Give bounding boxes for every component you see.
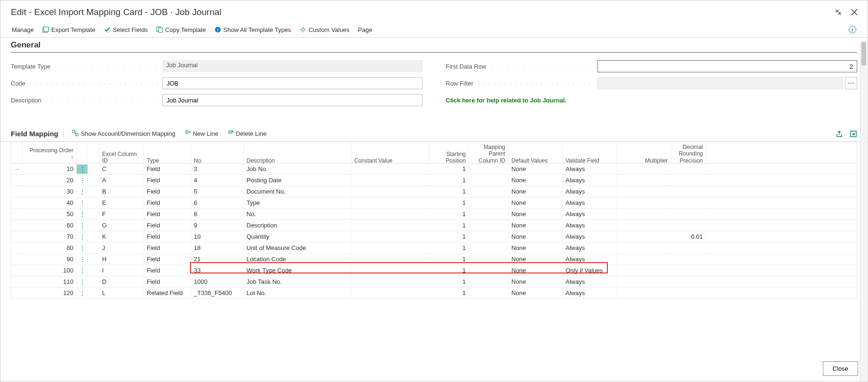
cell-mapping-parent[interactable] (469, 236, 509, 238)
cell-type[interactable]: Field (144, 176, 191, 185)
row-menu-button[interactable]: ⋮ (77, 266, 88, 275)
col-default-values[interactable]: Default Values (509, 142, 563, 166)
cell-processing-order[interactable]: 10 (23, 164, 77, 173)
cell-description[interactable]: Work Type Code (244, 266, 351, 275)
row-menu-button[interactable]: ⋮ (77, 187, 88, 196)
cell-mapping-parent[interactable] (469, 202, 509, 204)
cell-multiplier[interactable] (617, 179, 671, 181)
cell-mapping-parent[interactable] (469, 270, 509, 272)
cell-no[interactable]: 6 (191, 198, 244, 207)
cell-excel-column[interactable]: J (99, 243, 144, 252)
cell-excel-column[interactable]: D (99, 277, 144, 286)
cell-starting-position[interactable]: 1 (429, 210, 469, 218)
cell-no[interactable]: 21 (191, 255, 244, 264)
cell-description[interactable]: Description (244, 221, 351, 230)
cell-starting-position[interactable]: 1 (429, 255, 469, 264)
cell-type[interactable]: Field (144, 232, 191, 241)
cell-multiplier[interactable] (617, 168, 671, 170)
cell-constant-value[interactable] (351, 225, 429, 226)
cell-constant-value[interactable] (351, 179, 429, 181)
cell-description[interactable]: Job No. (244, 164, 351, 173)
table-row[interactable]: 80⋮JField18Unit of Measure Code1NoneAlwa… (11, 242, 857, 254)
row-menu-button[interactable]: ⋮ (77, 277, 88, 287)
share-icon[interactable] (836, 130, 843, 138)
cell-type[interactable]: Field (144, 198, 191, 207)
description-input[interactable] (162, 94, 422, 106)
cell-no[interactable]: 1000 (191, 277, 244, 286)
table-row[interactable]: 70⋮KField10Quantity1NoneAlways0.01 (11, 231, 857, 242)
cell-multiplier[interactable] (617, 270, 671, 272)
cell-type[interactable]: Field (144, 255, 191, 264)
cell-no[interactable]: 8 (191, 210, 244, 218)
cell-decimal-rounding[interactable] (671, 258, 706, 260)
page-menu[interactable]: Page (358, 26, 372, 33)
cell-starting-position[interactable]: 1 (429, 221, 469, 230)
cell-type[interactable]: Field (144, 187, 191, 196)
cell-validate-field[interactable]: Always (563, 187, 617, 196)
table-row[interactable]: 40⋮EField6Type1NoneAlways (11, 197, 857, 209)
col-constant-value[interactable]: Constant Value (351, 142, 429, 166)
cell-default-values[interactable]: None (509, 176, 563, 185)
cell-multiplier[interactable] (617, 191, 671, 193)
cell-excel-column[interactable]: E (99, 198, 144, 207)
vertical-scrollbar[interactable] (860, 42, 867, 381)
new-line-button[interactable]: New Line (184, 130, 218, 138)
select-fields-button[interactable]: Select Fields (104, 26, 148, 33)
cell-mapping-parent[interactable] (469, 247, 509, 249)
cell-no[interactable]: 33 (191, 266, 244, 275)
cell-constant-value[interactable] (351, 213, 429, 215)
cell-default-values[interactable]: None (509, 187, 563, 196)
cell-excel-column[interactable]: I (99, 266, 144, 275)
cell-multiplier[interactable] (617, 281, 671, 283)
cell-starting-position[interactable]: 1 (429, 198, 469, 207)
cell-constant-value[interactable] (351, 292, 429, 294)
cell-validate-field[interactable]: Always (563, 277, 617, 286)
row-menu-button[interactable]: ⋮ (77, 288, 88, 298)
cell-type[interactable]: Field (144, 266, 191, 275)
cell-processing-order[interactable]: 100 (23, 266, 77, 275)
cell-decimal-rounding[interactable] (671, 281, 706, 283)
cell-no[interactable]: 18 (191, 243, 244, 252)
table-row[interactable]: →10⋮CField3Job No.1NoneAlways (11, 164, 857, 175)
cell-decimal-rounding[interactable] (671, 191, 706, 193)
cell-default-values[interactable]: None (509, 243, 563, 252)
row-menu-button[interactable]: ⋮ (77, 221, 88, 230)
cell-description[interactable]: No. (244, 210, 351, 218)
cell-description[interactable]: Posting Date (244, 176, 351, 185)
cell-decimal-rounding[interactable] (671, 213, 706, 215)
row-menu-button[interactable]: ⋮ (77, 210, 88, 219)
first-data-row-input[interactable] (597, 60, 858, 72)
cell-description[interactable]: Document No. (244, 187, 351, 196)
cell-validate-field[interactable]: Always (563, 255, 617, 264)
cell-no[interactable]: 5 (191, 187, 244, 196)
cell-type[interactable]: Field (144, 221, 191, 230)
cell-decimal-rounding[interactable] (671, 247, 706, 249)
cell-validate-field[interactable]: Always (563, 243, 617, 252)
cell-validate-field[interactable]: Always (563, 176, 617, 185)
cell-multiplier[interactable] (617, 225, 671, 226)
cell-mapping-parent[interactable] (469, 168, 509, 170)
cell-decimal-rounding[interactable] (671, 292, 706, 294)
cell-validate-field[interactable]: Always (563, 198, 617, 207)
cell-type[interactable]: Related Field (144, 288, 191, 297)
cell-processing-order[interactable]: 120 (23, 288, 77, 297)
cell-default-values[interactable]: None (509, 232, 563, 241)
cell-processing-order[interactable]: 90 (23, 255, 77, 264)
cell-default-values[interactable]: None (509, 221, 563, 230)
col-no[interactable]: No. (191, 142, 244, 166)
custom-values-button[interactable]: Custom Values (300, 26, 350, 33)
table-row[interactable]: 50⋮FField8No.1NoneAlways (11, 209, 857, 220)
show-all-button[interactable]: i Show All Template Types (215, 26, 291, 33)
cell-decimal-rounding[interactable]: 0.01 (671, 232, 706, 241)
cell-default-values[interactable]: None (509, 210, 563, 218)
cell-validate-field[interactable]: Always (563, 210, 617, 218)
cell-excel-column[interactable]: B (99, 187, 144, 196)
cell-multiplier[interactable] (617, 292, 671, 294)
cell-description[interactable]: Location Code (244, 255, 351, 264)
cell-decimal-rounding[interactable] (671, 202, 706, 204)
close-button[interactable]: Close (823, 361, 858, 376)
cell-decimal-rounding[interactable] (671, 225, 706, 226)
col-validate-field[interactable]: Validate Field (563, 142, 617, 166)
cell-description[interactable]: Type (244, 198, 351, 207)
cell-mapping-parent[interactable] (469, 281, 509, 283)
